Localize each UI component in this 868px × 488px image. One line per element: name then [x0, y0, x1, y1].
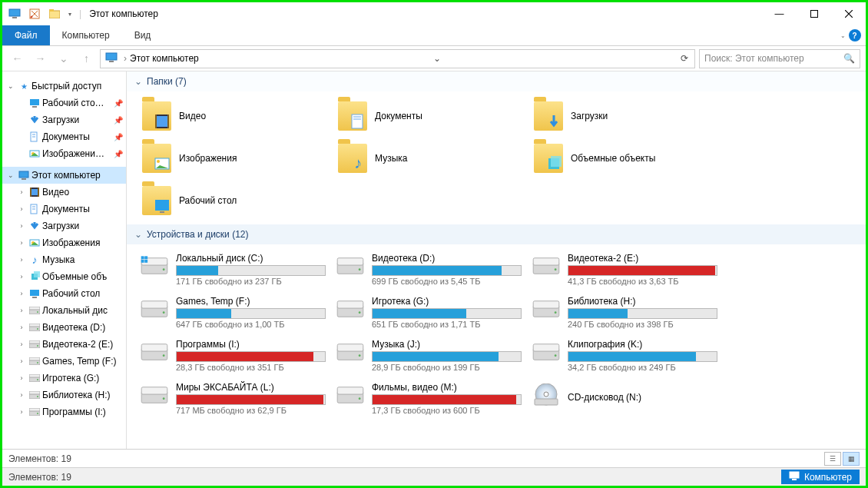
sidebar-pc-item[interactable]: ›Программы (I:)	[2, 403, 126, 420]
address-dropdown-icon[interactable]: ⌄	[429, 53, 446, 64]
drive-item[interactable]: Миры ЭКСАБАЙТА (L:)717 МБ свободно из 62…	[134, 377, 330, 420]
refresh-button[interactable]: ⟳	[676, 53, 693, 64]
downloads-icon	[28, 220, 41, 232]
drive-item[interactable]: Видеотека-2 (E:)41,3 ГБ свободно из 3,63…	[526, 247, 722, 290]
sidebar-pc-item[interactable]: ›Изображения	[2, 234, 126, 251]
drive-item[interactable]: Музыка (J:)28,9 ГБ свободно из 199 ГБ	[330, 334, 526, 377]
folder-item[interactable]: Документы	[330, 95, 526, 137]
svg-point-44	[37, 379, 38, 380]
drive-item[interactable]: Видеотека (D:)699 ГБ свободно из 5,45 ТБ	[330, 247, 526, 290]
qat-dropdown-icon[interactable]: ▾	[68, 11, 71, 18]
chevron-right-icon[interactable]: ›	[16, 188, 27, 196]
taskbar-tag[interactable]: Компьютер	[781, 470, 860, 484]
drive-label: Локальный диск (C:)	[176, 253, 326, 264]
ribbon-expand-icon[interactable]: ⌄	[840, 32, 846, 39]
view-details-button[interactable]: ☰	[824, 452, 841, 466]
drive-item[interactable]: Игротека (G:)651 ГБ свободно из 1,71 ТБ	[330, 290, 526, 334]
sidebar-pc-item[interactable]: ›♪Музыка	[2, 251, 126, 268]
drive-item[interactable]: CD-дисковод (N:)	[526, 377, 722, 420]
sidebar-pc-item[interactable]: ›Объемные объ	[2, 268, 126, 285]
drive-free-text: 41,3 ГБ свободно из 3,63 ТБ	[568, 277, 717, 286]
sidebar-pc-item[interactable]: ›Рабочий стол	[2, 285, 126, 302]
sidebar-pc-item[interactable]: ›Games, Temp (F:)	[2, 353, 126, 370]
desktop-icon	[28, 97, 41, 109]
svg-rect-54	[167, 115, 169, 128]
drive-item[interactable]: Локальный диск (C:)171 ГБ свободно из 23…	[134, 247, 330, 290]
address-field[interactable]: › Этот компьютер ⌄ ⟳	[100, 49, 695, 68]
drive-icon	[28, 321, 41, 334]
sidebar-quick-item[interactable]: Загрузки📌	[2, 111, 126, 128]
sidebar-pc-item[interactable]: ›Документы	[2, 201, 126, 217]
sidebar-item-label: Рабочий сто…	[42, 98, 104, 108]
folder-item[interactable]: Объемные объекты	[526, 137, 722, 179]
sidebar-quick-item[interactable]: Изображени…📌	[2, 145, 126, 162]
chevron-down-icon[interactable]: ⌄	[5, 82, 16, 90]
nav-up-button[interactable]: ↑	[77, 49, 96, 68]
folder-item[interactable]: Загрузки	[526, 95, 722, 137]
section-folders-header[interactable]: ⌄ Папки (7)	[127, 71, 866, 91]
drive-item[interactable]: Фильмы, видео (M:)17,3 ГБ свободно из 60…	[330, 377, 526, 420]
folder-item[interactable]: ♪Музыка	[330, 137, 526, 179]
minimize-button[interactable]: —	[762, 2, 797, 25]
search-input[interactable]: Поиск: Этот компьютер 🔍	[699, 49, 860, 68]
sidebar-quick-item[interactable]: Документы📌	[2, 128, 126, 145]
folder-item[interactable]: Видео	[134, 95, 330, 137]
drive-item[interactable]: Библиотека (H:)240 ГБ свободно из 398 ГБ	[526, 290, 722, 334]
view-tiles-button[interactable]: ▦	[843, 452, 860, 466]
tag-label: Компьютер	[804, 472, 852, 483]
tab-file[interactable]: Файл	[2, 25, 50, 45]
drive-usage-bar	[568, 351, 717, 362]
sidebar-pc-item[interactable]: ›Видеотека-2 (E:)	[2, 336, 126, 353]
chevron-right-icon[interactable]: ›	[16, 357, 27, 365]
folder-icon	[142, 101, 171, 131]
tab-view[interactable]: Вид	[122, 25, 164, 45]
help-icon[interactable]: ?	[849, 29, 861, 41]
svg-rect-18	[31, 189, 38, 195]
nav-forward-button[interactable]: →	[31, 49, 50, 68]
chevron-right-icon[interactable]: ›	[16, 307, 27, 314]
chevron-right-icon[interactable]: ›	[16, 290, 27, 297]
breadcrumb-location[interactable]: Этот компьютер	[130, 53, 199, 64]
sidebar-pc-item[interactable]: ›Видео	[2, 184, 126, 201]
chevron-right-icon[interactable]: ›	[16, 340, 27, 348]
breadcrumb-sep[interactable]: ›	[121, 53, 130, 64]
item-count: Элементов: 19	[8, 472, 71, 483]
section-drives-header[interactable]: ⌄ Устройства и диски (12)	[127, 224, 866, 244]
folder-item[interactable]: Изображения	[134, 137, 330, 179]
qat-newfolder-icon[interactable]	[48, 8, 61, 20]
svg-rect-61	[551, 156, 562, 167]
folder-item[interactable]: Рабочий стол	[134, 179, 330, 221]
sidebar-this-pc[interactable]: ⌄ Этот компьютер	[2, 167, 126, 184]
folder-label: Загрузки	[571, 111, 608, 121]
sidebar-quick-access[interactable]: ⌄ ★ Быстрый доступ	[2, 78, 126, 95]
chevron-right-icon[interactable]: ›	[16, 374, 27, 382]
svg-rect-0	[9, 9, 20, 16]
svg-rect-9	[32, 106, 37, 108]
nav-back-button[interactable]: ←	[8, 49, 27, 68]
chevron-right-icon[interactable]: ›	[16, 391, 27, 399]
chevron-right-icon[interactable]: ›	[16, 324, 27, 331]
sidebar-pc-item[interactable]: ›Видеотека (D:)	[2, 319, 126, 336]
sidebar-pc-item[interactable]: ›Библиотека (H:)	[2, 387, 126, 403]
drive-item[interactable]: Клипография (K:)34,2 ГБ свободно из 249 …	[526, 334, 722, 377]
chevron-right-icon[interactable]: ›	[16, 408, 27, 416]
close-button[interactable]	[831, 2, 866, 25]
chevron-right-icon[interactable]: ›	[16, 273, 27, 281]
drive-item[interactable]: Games, Temp (F:)647 ГБ свободно из 1,00 …	[134, 290, 330, 334]
maximize-button[interactable]	[797, 2, 831, 25]
nav-history-button[interactable]: ⌄	[54, 49, 73, 68]
tab-computer[interactable]: Компьютер	[50, 25, 122, 45]
chevron-right-icon[interactable]: ›	[16, 239, 27, 247]
qat-properties-icon[interactable]	[28, 8, 41, 20]
drive-item[interactable]: Программы (I:)28,3 ГБ свободно из 351 ГБ	[134, 334, 330, 377]
chevron-down-icon[interactable]: ⌄	[5, 171, 16, 179]
svg-rect-68	[144, 256, 147, 259]
sidebar-pc-item[interactable]: ›Игротека (G:)	[2, 370, 126, 387]
sidebar-pc-item[interactable]: ›Локальный дис	[2, 302, 126, 319]
chevron-right-icon[interactable]: ›	[16, 205, 27, 213]
chevron-right-icon[interactable]: ›	[16, 256, 27, 264]
sidebar-pc-item[interactable]: ›Загрузки	[2, 217, 126, 234]
chevron-down-icon: ⌄	[134, 76, 142, 87]
chevron-right-icon[interactable]: ›	[16, 222, 27, 230]
sidebar-quick-item[interactable]: Рабочий сто…📌	[2, 95, 126, 111]
